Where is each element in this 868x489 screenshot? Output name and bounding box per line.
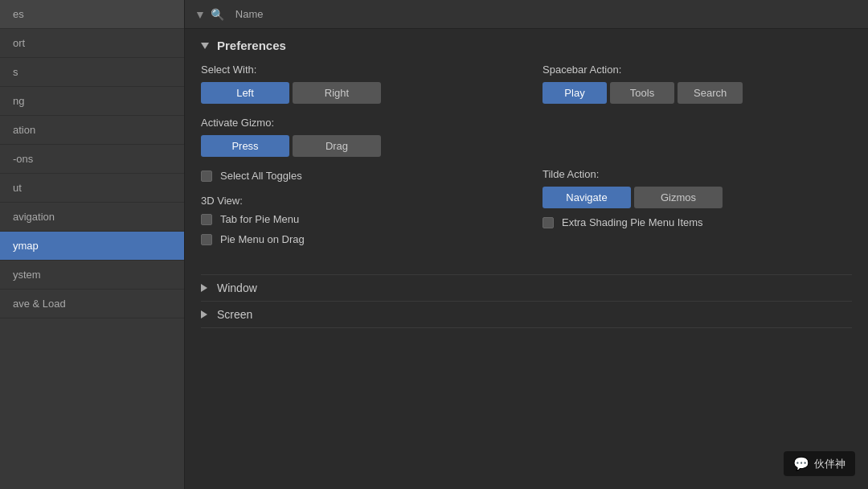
window-expand-icon	[201, 284, 207, 292]
sidebar-item-es[interactable]: es	[0, 0, 184, 29]
pie-menu-drag-checkbox[interactable]	[201, 234, 212, 245]
activate-gizmo-group: Activate Gizmo: Press Drag	[201, 117, 510, 157]
sidebar-item-ymap[interactable]: ymap	[0, 232, 184, 261]
spacebar-play-button[interactable]: Play	[542, 82, 607, 104]
prefs-grid: Select With: Left Right Activate Gizmo: …	[201, 64, 852, 258]
sidebar-item-ons[interactable]: -ons	[0, 145, 184, 174]
magnifier-icon: 🔍	[211, 8, 224, 21]
tilde-action-group: Tilde Action: Navigate Gizmos Extra Shad…	[542, 168, 852, 228]
screen-expand-icon	[201, 310, 207, 318]
select-with-group: Select With: Left Right	[201, 64, 510, 104]
extra-shading-label: Extra Shading Pie Menu Items	[562, 216, 703, 228]
sidebar-item-ave-load[interactable]: ave & Load	[0, 290, 184, 318]
activate-gizmo-label: Activate Gizmo:	[201, 117, 510, 129]
gizmo-press-button[interactable]: Press	[201, 135, 289, 157]
extra-shading-checkbox[interactable]	[542, 217, 554, 228]
select-left-button[interactable]: Left	[201, 82, 289, 104]
spacebar-action-label: Spacebar Action:	[542, 64, 852, 76]
pie-menu-drag-row: Pie Menu on Drag	[201, 233, 510, 245]
right-column: Spacebar Action: Play Tools Search Tilde…	[542, 64, 852, 258]
tab-pie-menu-label: Tab for Pie Menu	[220, 213, 299, 225]
extra-shading-row: Extra Shading Pie Menu Items	[542, 216, 852, 228]
spacebar-toggle-row: Play Tools Search	[542, 82, 852, 104]
select-all-toggles-row: Select All Toggles	[201, 170, 510, 182]
watermark: 💬 伙伴神	[784, 451, 855, 476]
main-panel: ▼ 🔍 Name Preferences Select With: Left	[185, 0, 868, 489]
sidebar-item-ation[interactable]: ation	[0, 116, 184, 145]
select-with-toggle-row: Left Right	[201, 82, 510, 104]
screen-section-row[interactable]: Screen	[201, 301, 852, 328]
content-area: Preferences Select With: Left Right	[185, 29, 868, 489]
search-icon: ▼	[194, 8, 206, 21]
collapse-icon[interactable]	[201, 43, 209, 49]
watermark-text: 伙伴神	[814, 457, 845, 471]
pie-menu-drag-label: Pie Menu on Drag	[220, 233, 305, 245]
window-section-row[interactable]: Window	[201, 274, 852, 301]
name-label: Name	[235, 8, 264, 20]
preferences-title: Preferences	[217, 39, 286, 52]
sidebar-item-ut[interactable]: ut	[0, 174, 184, 203]
spacebar-search-button[interactable]: Search	[678, 82, 743, 104]
sidebar-item-avigation[interactable]: avigation	[0, 203, 184, 232]
preferences-section: Preferences Select With: Left Right	[201, 39, 852, 258]
gizmo-drag-button[interactable]: Drag	[293, 135, 381, 157]
view-3d-group: 3D View: Tab for Pie Menu Pie Menu on Dr…	[201, 195, 510, 245]
sidebar-item-ng[interactable]: ng	[0, 87, 184, 116]
sidebar: es ort s ng ation -ons ut avigation ymap…	[0, 0, 185, 489]
sidebar-item-ystem[interactable]: ystem	[0, 261, 184, 290]
gizmo-toggle-row: Press Drag	[201, 135, 510, 157]
tilde-gizmos-button[interactable]: Gizmos	[634, 187, 723, 208]
sidebar-item-s[interactable]: s	[0, 58, 184, 87]
tab-pie-menu-row: Tab for Pie Menu	[201, 213, 510, 225]
tilde-toggle-row: Navigate Gizmos	[542, 187, 852, 208]
spacebar-tools-button[interactable]: Tools	[610, 82, 674, 104]
select-all-toggles-checkbox[interactable]	[201, 171, 212, 182]
sidebar-item-ort[interactable]: ort	[0, 29, 184, 58]
tilde-action-label: Tilde Action:	[542, 168, 852, 180]
wechat-icon: 💬	[793, 456, 809, 471]
tilde-navigate-button[interactable]: Navigate	[542, 187, 631, 208]
screen-section-label: Screen	[217, 308, 252, 321]
preferences-header: Preferences	[201, 39, 852, 52]
left-column: Select With: Left Right Activate Gizmo: …	[201, 64, 510, 258]
bottom-sections: Window Screen	[201, 274, 852, 328]
tab-pie-menu-checkbox[interactable]	[201, 214, 212, 225]
spacebar-action-group: Spacebar Action: Play Tools Search	[542, 64, 852, 104]
view-3d-label: 3D View:	[201, 195, 510, 207]
select-with-label: Select With:	[201, 64, 510, 76]
header-bar: ▼ 🔍 Name	[185, 0, 868, 29]
select-right-button[interactable]: Right	[293, 82, 381, 104]
select-all-toggles-label: Select All Toggles	[220, 170, 302, 182]
window-section-label: Window	[217, 281, 257, 294]
